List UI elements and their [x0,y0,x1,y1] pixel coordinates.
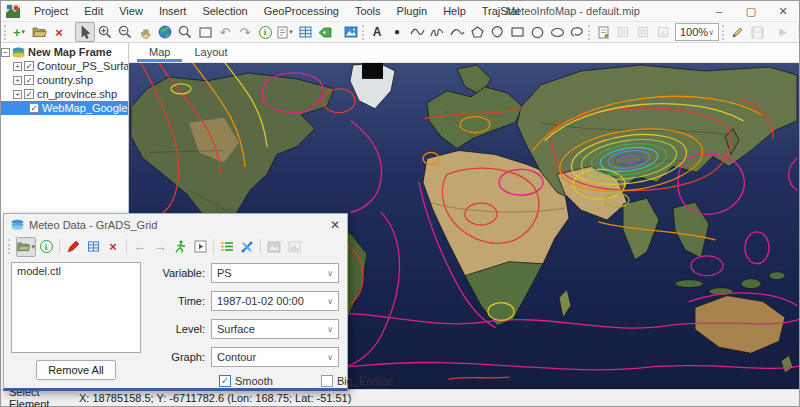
menu-plugin[interactable]: Plugin [389,1,436,21]
edit-start-button[interactable] [727,22,747,42]
label-button[interactable] [315,22,335,42]
menu-selection[interactable]: Selection [194,1,255,21]
graph-label: Graph: [153,351,205,363]
window-title: MeteoInfoMap - default.mip [506,1,640,21]
draw-point-button[interactable]: ● [387,22,407,42]
data-info-button[interactable]: i [36,237,56,257]
zoom-out-tool-button[interactable] [115,22,135,42]
tools-icon [241,240,254,253]
menu-project[interactable]: Project [26,1,76,21]
output-map-icon [267,241,281,253]
remove-layer-button[interactable]: × [49,22,69,42]
tab-map[interactable]: Map [137,43,182,62]
meteo-data-dialog: Meteo Data - GrADS_Grid ✕ ▾ i × ← → [3,213,348,391]
page-setup-button[interactable] [613,22,633,42]
data-list-button[interactable] [217,237,237,257]
print-button[interactable] [653,22,673,42]
tab-layout[interactable]: Layout [182,43,239,62]
menu-geoprocessing[interactable]: GeoProcessing [256,1,347,21]
draw-lasso-button[interactable] [567,22,587,42]
move-vertices-icon [797,26,800,39]
zoom-in-tool-button[interactable] [95,22,115,42]
draw-rectangle-button[interactable] [507,22,527,42]
undo-button[interactable]: ↶ [215,22,235,42]
draw-text-button[interactable]: A [367,22,387,42]
draw-circle-button[interactable] [527,22,547,42]
layer-checkbox[interactable]: ✓ [24,89,34,99]
close-data-button[interactable]: × [103,237,123,257]
draw-polyline-button[interactable] [407,22,427,42]
select-tool-button[interactable] [75,22,95,42]
play-box-icon [194,240,207,253]
minimize-button[interactable]: – [703,1,735,21]
edit-arrow-button[interactable]: ▶ [773,22,793,42]
output-chart-button[interactable] [284,237,304,257]
graph-value: Contour [217,351,256,363]
dialog-title-bar[interactable]: Meteo Data - GrADS_Grid ✕ [4,214,347,235]
screenshot-button[interactable] [341,22,361,42]
close-button[interactable]: ✕ [767,1,799,21]
previous-time-button[interactable]: ← [130,237,150,257]
draw-ellipse-button[interactable] [547,22,567,42]
menu-help[interactable]: Help [435,1,474,21]
tree-root-map-frame[interactable]: − New Map Frame [1,45,128,59]
open-file-button[interactable] [29,22,49,42]
step-button[interactable] [190,237,210,257]
menu-insert[interactable]: Insert [151,1,195,21]
settings-button[interactable] [237,237,257,257]
tree-layer-country[interactable]: + ✓ country.shp [1,73,128,87]
tree-layer-contour[interactable]: + ✓ Contour_PS_Surface_19 [1,59,128,73]
data-file-item[interactable]: model.ctl [12,263,140,279]
menu-tools[interactable]: Tools [347,1,389,21]
save-button[interactable] [747,22,767,42]
measure-button[interactable]: ▾ [275,22,295,42]
zoom-to-layer-button[interactable] [175,22,195,42]
toolbar-grip [722,25,724,40]
output-map-button[interactable] [264,237,284,257]
identify-button[interactable]: i [255,22,275,42]
draw-freehand-button[interactable] [427,22,447,42]
expand-icon[interactable]: + [13,76,22,85]
expand-icon[interactable]: + [13,90,22,99]
level-combo[interactable]: Surface ∨ [211,319,339,339]
expand-icon[interactable]: + [13,62,22,71]
full-extent-button[interactable] [155,22,175,42]
edit-move-button[interactable] [793,22,800,42]
chevron-down-icon: ∨ [327,269,333,278]
layer-checkbox[interactable]: ✓ [29,103,39,113]
level-value: Surface [217,323,255,335]
collapse-icon[interactable]: − [1,48,10,57]
tree-layer-cn-province[interactable]: + ✓ cn_province.shp [1,87,128,101]
open-data-button[interactable]: ▾ [16,237,36,257]
add-layer-button[interactable]: +▾ [9,22,29,42]
dialog-close-button[interactable]: ✕ [330,218,340,232]
time-combo[interactable]: 1987-01-02 00:00 ∨ [211,291,339,311]
menu-view[interactable]: View [111,1,151,21]
data-table-button[interactable] [83,237,103,257]
list-icon [221,241,234,252]
attribute-table-button[interactable] [295,22,315,42]
smooth-checkbox[interactable]: ✓ Smooth [219,375,273,387]
big-endian-checkbox[interactable]: Big_Endian [321,375,393,387]
animate-button[interactable] [170,237,190,257]
tree-layer-webmap-selected[interactable]: ✓ WebMap_GoogleSatel [1,101,128,115]
rect-select-button[interactable] [195,22,215,42]
draw-data-button[interactable] [63,237,83,257]
draw-curve-button[interactable] [447,22,467,42]
remove-all-button[interactable]: Remove All [36,360,116,380]
layer-checkbox[interactable]: ✓ [24,61,34,71]
draw-polygon-button[interactable] [467,22,487,42]
variable-combo[interactable]: PS ∨ [211,263,339,283]
draw-curved-polygon-button[interactable] [487,22,507,42]
pan-tool-button[interactable] [135,22,155,42]
maximize-button[interactable]: ▢ [735,1,767,21]
next-time-button[interactable]: → [150,237,170,257]
menu-edit[interactable]: Edit [76,1,111,21]
graph-combo[interactable]: Contour ∨ [211,347,339,367]
report-button[interactable] [593,22,613,42]
data-file-list[interactable]: model.ctl [11,262,141,353]
redo-button[interactable]: ↷ [235,22,255,42]
layer-checkbox[interactable]: ✓ [24,75,34,85]
zoom-level-combo[interactable]: 100% ∨ [675,23,719,41]
print-preview-button[interactable] [633,22,653,42]
